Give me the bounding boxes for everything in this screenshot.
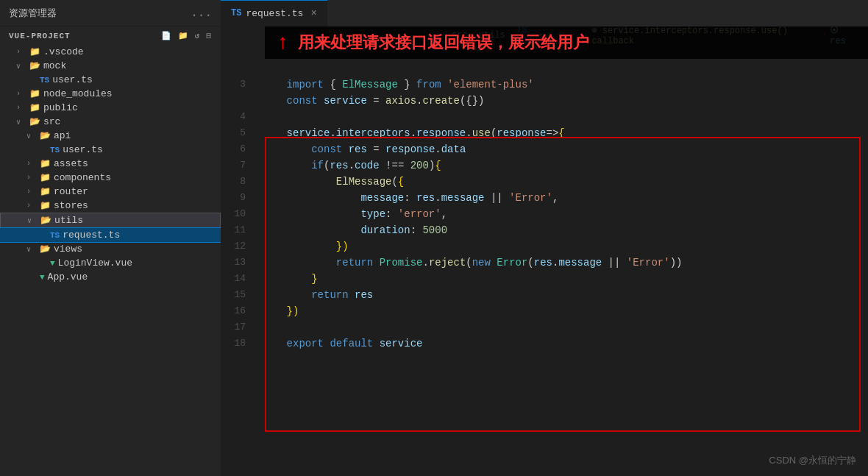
ts-icon: TS <box>50 231 60 240</box>
line-content: return Promise.reject(new Error(res.mess… <box>257 255 868 271</box>
annotation-text: 用来处理请求接口返回错误，展示给用户 <box>298 32 589 54</box>
code-line-16: 16 }) <box>221 303 868 319</box>
sidebar-item-label: src <box>43 116 60 127</box>
annotation-arrow: ↑ <box>277 32 289 54</box>
line-num: 9 <box>221 190 257 206</box>
line-num: 7 <box>221 157 257 174</box>
sidebar-item-src[interactable]: ∨ 📂 src <box>0 115 221 129</box>
folder-icon: 📂 <box>40 244 51 255</box>
explorer-menu[interactable]: ... <box>191 7 212 20</box>
sidebar-item-utils[interactable]: ∨ 📂 utils <box>0 213 221 228</box>
sidebar-item-mock[interactable]: ∨ 📂 mock <box>0 59 221 73</box>
sidebar-item-label: router <box>54 186 88 197</box>
vue-icon: ▼ <box>40 273 45 282</box>
sidebar-item-public[interactable]: › 📁 public <box>0 101 221 115</box>
line-num: 14 <box>221 271 257 287</box>
tab-label: request.ts <box>246 8 303 19</box>
folder-icon: 📂 <box>29 60 40 71</box>
code-line-7: 7 if(res.code !== 200){ <box>221 157 868 174</box>
sidebar-item-node-modules[interactable]: › 📁 node_modules <box>0 87 221 101</box>
folder-icon: 📂 <box>29 116 40 127</box>
sidebar-item-loginview[interactable]: ▼ LoginView.vue <box>0 256 221 270</box>
tab-close-icon[interactable]: × <box>310 7 316 19</box>
chevron-right-icon: › <box>26 174 37 182</box>
line-content: const res = response.data <box>257 141 868 157</box>
sidebar-header: VUE-PROJECT 📄 📁 ↺ ⊟ <box>0 26 221 45</box>
watermark: CSDN @永恒的宁静 <box>769 454 856 467</box>
line-content: export default service <box>257 335 868 352</box>
refresh-icon[interactable]: ↺ <box>195 31 201 40</box>
line-num: 12 <box>221 238 257 255</box>
vue-icon: ▼ <box>50 259 55 268</box>
folder-icon: 📂 <box>40 215 51 226</box>
code-line-12: 12 }) <box>221 238 868 255</box>
sidebar-item-stores[interactable]: › 📁 stores <box>0 199 221 213</box>
sidebar-item-views[interactable]: ∨ 📂 views <box>0 242 221 256</box>
sidebar-title: VUE-PROJECT <box>9 32 71 40</box>
sidebar-item-api[interactable]: ∨ 📂 api <box>0 129 221 143</box>
line-num: 6 <box>221 141 257 157</box>
line-content: ElMessage({ <box>257 174 868 190</box>
collapse-icon[interactable]: ⊟ <box>206 31 212 40</box>
line-content: if(res.code !== 200){ <box>257 157 868 174</box>
ts-icon: TS <box>50 146 60 154</box>
sidebar-item-app-vue[interactable]: ▼ App.vue <box>0 270 221 284</box>
sidebar-item-label: stores <box>54 200 88 211</box>
code-line-10: 10 type: 'error', <box>221 206 868 222</box>
sidebar-item-api-user-ts[interactable]: TS user.ts <box>0 143 221 157</box>
sidebar-item-label: views <box>54 244 82 255</box>
code-line-5: 5 service.interceptors.response.use(resp… <box>221 125 868 141</box>
sidebar-header-icons: 📄 📁 ↺ ⊟ <box>161 31 212 40</box>
chevron-right-icon: › <box>26 202 37 210</box>
code-line-18: 18 export default service <box>221 335 868 352</box>
explorer-label: 资源管理器 <box>9 7 57 20</box>
new-folder-icon[interactable]: 📁 <box>178 31 189 40</box>
line-content: service.interceptors.response.use(respon… <box>257 125 868 141</box>
line-content: return res <box>257 287 868 303</box>
sidebar-item-assets[interactable]: › 📁 assets <box>0 157 221 171</box>
tab-request-ts[interactable]: TS request.ts × <box>221 0 327 26</box>
sidebar-item-label: api <box>54 130 71 141</box>
sidebar-item-label: assets <box>54 158 88 169</box>
line-num: 17 <box>221 319 257 335</box>
chevron-down-icon: ∨ <box>16 62 26 71</box>
line-num: 10 <box>221 206 257 222</box>
chevron-right-icon: › <box>26 188 37 196</box>
code-line-const: const service = axios.create({}) <box>221 93 868 109</box>
line-num: 13 <box>221 255 257 271</box>
sidebar-item-mock-user-ts[interactable]: TS user.ts <box>0 73 221 87</box>
annotation-box: ↑ 用来处理请求接口返回错误，展示给用户 <box>265 26 868 59</box>
code-line-4: 4 <box>221 109 868 125</box>
code-line-15: 15 return res <box>221 287 868 303</box>
sidebar-item-label: node_modules <box>43 88 113 99</box>
sidebar-item-router[interactable]: › 📁 router <box>0 185 221 199</box>
ts-icon: TS <box>231 8 241 18</box>
line-num: 11 <box>221 222 257 238</box>
sidebar-item-label: public <box>43 102 78 113</box>
sidebar-item-components[interactable]: › 📁 components <box>0 171 221 185</box>
line-content: duration: 5000 <box>257 222 868 238</box>
chevron-down-icon: ∨ <box>16 118 26 127</box>
line-num: 3 <box>221 77 257 93</box>
folder-icon: 📁 <box>40 158 51 169</box>
sidebar-item-label: .vscode <box>43 46 84 57</box>
line-num: 5 <box>221 125 257 141</box>
sidebar-item-request-ts[interactable]: TS request.ts <box>0 228 221 242</box>
sidebar-item-label: mock <box>43 60 66 71</box>
sidebar-item-vscode[interactable]: › 📁 .vscode <box>0 45 221 59</box>
code-editor[interactable]: src › utils › TS request.ts › ⊕ service.… <box>221 26 868 476</box>
sidebar-item-label: utils <box>54 215 83 226</box>
chevron-down-icon: ∨ <box>27 216 38 225</box>
code-line-8: 8 ElMessage({ <box>221 174 868 190</box>
chevron-right-icon: › <box>26 160 37 168</box>
line-num: 16 <box>221 303 257 319</box>
folder-icon: 📁 <box>29 88 40 99</box>
sidebar-item-label: LoginView.vue <box>58 257 132 269</box>
ts-icon: TS <box>40 76 49 85</box>
title-bar: 资源管理器 ... TS request.ts × <box>0 0 868 26</box>
new-file-icon[interactable]: 📄 <box>161 31 172 40</box>
chevron-right-icon: › <box>16 90 26 98</box>
sidebar: VUE-PROJECT 📄 📁 ↺ ⊟ › 📁 .vscode ∨ 📂 mock… <box>0 26 221 476</box>
chevron-right-icon: › <box>16 48 26 56</box>
sidebar-item-label: App.vue <box>48 271 88 283</box>
